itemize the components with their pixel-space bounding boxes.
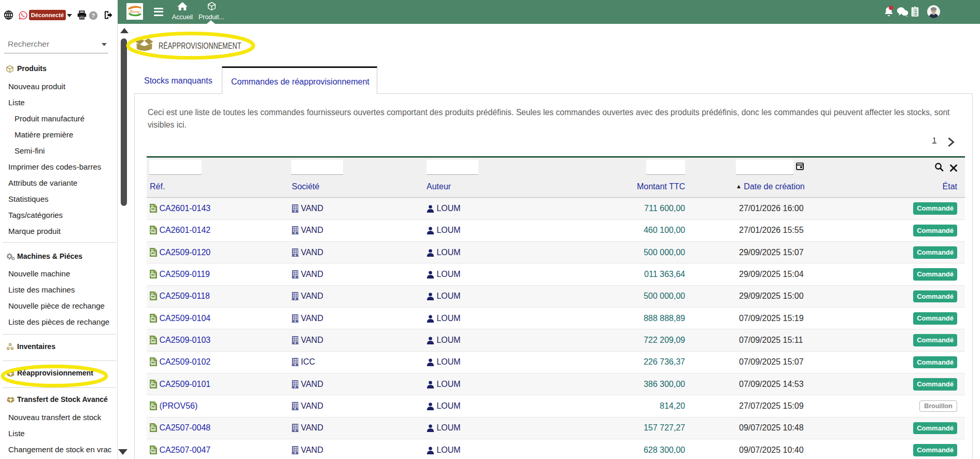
- svg-text:?: ?: [92, 12, 95, 19]
- svg-text:Rung: Rung: [130, 9, 140, 14]
